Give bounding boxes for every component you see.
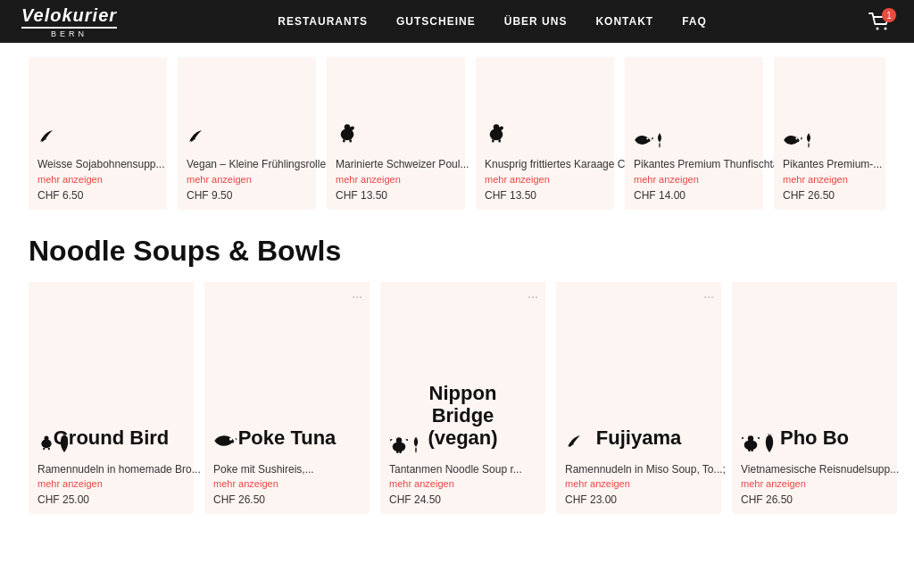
card-6-title: Pikantes Premium-... — [774, 153, 885, 170]
bowl-1-desc: Ramennudeln in homemade Bro... — [29, 460, 210, 476]
svg-point-0 — [877, 28, 879, 30]
card-6-more[interactable]: mehr anzeigen — [774, 172, 885, 186]
nav-gutscheine[interactable]: GUTSCHEINE — [396, 15, 476, 28]
bowl-3-dots[interactable]: ··· — [528, 289, 538, 303]
svg-point-15 — [795, 137, 797, 139]
svg-rect-12 — [498, 139, 500, 142]
bowl-card-pho-bo: Pho Bo Vietnamesische Reisnudelsupp... m… — [732, 282, 897, 515]
bowl-4-more[interactable]: mehr anzeigen — [556, 476, 721, 491]
svg-rect-29 — [751, 449, 752, 451]
cow-chili-icon — [389, 435, 420, 453]
svg-rect-28 — [748, 449, 750, 451]
svg-point-23 — [396, 437, 402, 443]
card-5-price: CHF 14.00 — [625, 187, 694, 202]
card-2-more[interactable]: mehr anzeigen — [178, 172, 316, 186]
cart-badge: 1 — [882, 8, 896, 22]
nav-restaurants[interactable]: RESTAURANTS — [278, 15, 368, 28]
card-4-price: CHF 13.50 — [476, 187, 545, 202]
nav-links: RESTAURANTS GUTSCHEINE ÜBER UNS KONTAKT … — [278, 15, 707, 28]
nav-kontakt[interactable]: KONTAKT — [595, 15, 653, 28]
logo[interactable]: Velokurier BERN — [21, 5, 117, 38]
bowl-5-image: Pho Bo — [732, 282, 897, 460]
bowl-2-desc: Poke mit Sushireis,... — [204, 460, 323, 476]
bowl-5-more[interactable]: mehr anzeigen — [732, 476, 897, 491]
card-1-image — [29, 57, 167, 155]
card-3: Marinierte Schweizer Poul... mehr anzeig… — [327, 57, 465, 210]
bowl-card-poke-tuna: Poke Tuna ··· Poke mit Sushireis,... meh… — [204, 282, 370, 515]
bowl-3-image: Nippon Bridge (vegan) ··· — [380, 282, 545, 460]
bowl-3-price: CHF 24.50 — [380, 492, 450, 506]
card-6-image — [774, 57, 885, 155]
card-2-image — [178, 57, 316, 155]
bowl-4-name: Fujiyama — [567, 418, 710, 452]
svg-rect-11 — [492, 139, 494, 142]
chicken-icon — [336, 121, 359, 148]
card-4-more[interactable]: mehr anzeigen — [476, 172, 614, 186]
svg-point-1 — [885, 28, 887, 30]
bowl-4-image: Fujiyama ··· — [556, 282, 721, 460]
svg-point-21 — [229, 437, 232, 440]
svg-rect-24 — [396, 451, 398, 453]
bowl-2-name: Poke Tuna — [215, 418, 359, 452]
card-4: Knusprig frittiertes Karaage Chick... me… — [476, 57, 614, 210]
card-3-more[interactable]: mehr anzeigen — [327, 172, 465, 186]
fish-chili-icon-2 — [783, 132, 813, 148]
top-cards-row: Weisse Sojabohnensupp... mehr anzeigen C… — [29, 43, 885, 217]
card-2-title: Vegan – Kleine Frühlingsrolle... — [178, 153, 344, 170]
bowl-5-desc: Vietnamesische Reisnudelsupp... — [732, 460, 908, 476]
card-1: Weisse Sojabohnensupp... mehr anzeigen C… — [29, 57, 167, 210]
card-2-price: CHF 9.50 — [178, 187, 241, 202]
card-1-title: Weisse Sojabohnensupp... — [29, 153, 174, 170]
section-title: Noodle Soups & Bowls — [29, 235, 885, 268]
card-6-price: CHF 26.50 — [774, 187, 843, 202]
bowl-3-desc: Tantanmen Noodle Soup r... — [380, 460, 531, 476]
card-5-image — [625, 57, 763, 155]
chicken-carrot-icon — [37, 434, 71, 453]
card-6: Pikantes Premium-... mehr anzeigen CHF 2… — [774, 57, 885, 210]
bowl-2-more[interactable]: mehr anzeigen — [204, 476, 370, 491]
leaf-icon-bowl — [565, 428, 586, 453]
card-5-more[interactable]: mehr anzeigen — [625, 172, 763, 186]
bowl-2-image: Poke Tuna ··· — [204, 282, 370, 460]
fish-chili-icon — [634, 132, 664, 148]
svg-rect-25 — [399, 451, 401, 453]
bowl-1-price: CHF 25.00 — [29, 492, 98, 506]
card-1-more[interactable]: mehr anzeigen — [29, 172, 167, 186]
logo-sub: BERN — [51, 29, 87, 38]
card-3-title: Marinierte Schweizer Poul... — [327, 153, 478, 170]
bowl-4-dots[interactable]: ··· — [703, 289, 714, 303]
bowl-cards-row: Ground Bird Ramennudeln in homemade Bro.… — [29, 282, 885, 515]
svg-point-14 — [646, 137, 648, 139]
bowl-card-fujiyama: Fujiyama ··· Ramennudeln in Miso Soup, T… — [556, 282, 721, 515]
svg-rect-6 — [349, 139, 351, 142]
bowl-5-price: CHF 26.50 — [732, 492, 802, 506]
leaf-icon-2 — [187, 123, 208, 148]
card-2: Vegan – Kleine Frühlingsrolle... mehr an… — [178, 57, 316, 210]
nav-ueber-uns[interactable]: ÜBER UNS — [504, 15, 568, 28]
card-4-image — [476, 57, 614, 155]
nav-faq[interactable]: FAQ — [682, 15, 707, 28]
chicken-icon-2 — [485, 121, 508, 148]
bowl-4-desc: Ramennudeln in Miso Soup, To...; — [556, 460, 735, 476]
svg-point-22 — [393, 442, 406, 451]
bowl-4-price: CHF 23.00 — [556, 492, 626, 506]
cart-button[interactable]: 1 — [868, 12, 893, 31]
navbar: Velokurier BERN RESTAURANTS GUTSCHEINE Ü… — [0, 0, 914, 43]
card-3-image — [327, 57, 465, 155]
bowl-3-more[interactable]: mehr anzeigen — [380, 476, 545, 491]
card-1-price: CHF 6.50 — [29, 187, 92, 202]
svg-rect-20 — [48, 447, 50, 450]
logo-text: Velokurier — [21, 5, 117, 29]
bowl-1-more[interactable]: mehr anzeigen — [29, 476, 194, 491]
svg-rect-5 — [343, 139, 345, 142]
cow-carrot-icon — [741, 434, 776, 453]
bowl-1-image: Ground Bird — [29, 282, 194, 460]
svg-point-27 — [748, 435, 753, 441]
bowl-2-dots[interactable]: ··· — [352, 289, 362, 303]
main-content: Weisse Sojabohnensupp... mehr anzeigen C… — [0, 43, 914, 542]
card-5: Pikantes Premium Thunfischtatar... mehr … — [625, 57, 763, 210]
svg-rect-19 — [43, 447, 45, 450]
svg-point-26 — [744, 440, 758, 450]
bowl-2-price: CHF 26.50 — [204, 492, 274, 506]
fish-icon — [213, 432, 237, 453]
